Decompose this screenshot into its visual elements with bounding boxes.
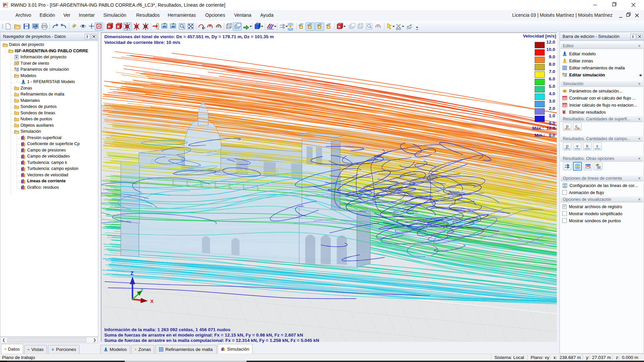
svg-text:X: X bbox=[150, 298, 154, 304]
svg-text:Y: Y bbox=[141, 288, 144, 293]
svg-text:Z: Z bbox=[130, 270, 133, 276]
